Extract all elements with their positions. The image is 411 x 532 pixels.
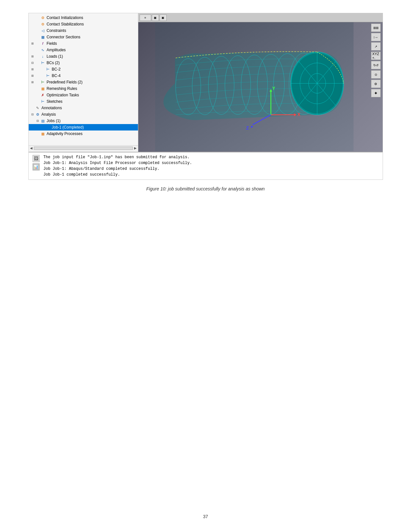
expand-icon bbox=[31, 22, 34, 26]
expand-icon: ⊟ bbox=[36, 119, 40, 123]
side-btn-grid[interactable]: ⊞⊞ bbox=[371, 24, 381, 32]
log-icons: 🖼 📊 bbox=[31, 155, 41, 178]
tree-label: Connector Sections bbox=[47, 35, 81, 39]
contact-stab-icon: ⚙ bbox=[40, 22, 45, 27]
expand-icon bbox=[31, 87, 34, 91]
job1-icon bbox=[45, 125, 51, 130]
tree-item-constraints[interactable]: ◁ Constraints bbox=[29, 27, 138, 34]
scroll-left-icon[interactable]: ◀ bbox=[30, 146, 33, 150]
expand-icon bbox=[31, 100, 34, 103]
adaptivity-processes-icon: ▦ bbox=[40, 131, 45, 136]
expand-icon: ⊞ bbox=[31, 67, 34, 71]
tree-item-job1[interactable]: Job-1 (Completed) bbox=[29, 124, 138, 131]
log-icon-bottom: 📊 bbox=[33, 163, 40, 170]
tree-label: Constraints bbox=[47, 28, 66, 33]
toolbar-btn-1[interactable]: ≡ bbox=[140, 15, 151, 21]
loads-icon: ↓ bbox=[40, 54, 45, 59]
log-text-area: The job input file "Job-1.inp" has been … bbox=[44, 154, 380, 178]
page-number: 37 bbox=[203, 514, 208, 519]
tree-label: Amplitudes bbox=[47, 48, 66, 52]
side-btn-settings[interactable]: ⚙ bbox=[371, 80, 381, 88]
expand-icon: ⊟ bbox=[31, 112, 34, 116]
jobs-icon: ▤ bbox=[40, 118, 45, 123]
expand-icon bbox=[31, 106, 34, 110]
3d-model-svg: X Y Z bbox=[141, 22, 368, 151]
fields-icon: f bbox=[40, 41, 45, 46]
tree-item-analysis[interactable]: ⊟ ⚙ Analysis bbox=[29, 111, 138, 118]
tree-item-contact-initializations[interactable]: ⚙ Contact Initializations bbox=[29, 15, 138, 21]
expand-icon bbox=[31, 48, 34, 52]
tree-label: Optimization Tasks bbox=[47, 93, 79, 97]
tree-label: Loads (1) bbox=[47, 54, 63, 59]
toolbar-btn-3[interactable]: ▣ bbox=[160, 15, 167, 21]
log-line-1: The job input file "Job-1.inp" has been … bbox=[44, 154, 380, 160]
viewport-toolbar: ≡ ▣ ▣ bbox=[138, 13, 383, 22]
amplitudes-icon: ∿ bbox=[40, 47, 45, 53]
remeshing-rules-icon: ▦ bbox=[40, 86, 45, 91]
expand-icon bbox=[31, 93, 34, 97]
tree-label: Adaptivity Processes bbox=[47, 131, 83, 136]
tree-item-contact-stabilizations[interactable]: ⚙ Contact Stabilizations bbox=[29, 21, 138, 27]
tree-label: Fields bbox=[47, 41, 57, 46]
tree-label: BC-2 bbox=[52, 67, 61, 72]
tree-label: BC-4 bbox=[52, 73, 61, 78]
side-btn-move[interactable]: ⊙ bbox=[371, 70, 381, 79]
expand-icon: ⊟ bbox=[31, 61, 34, 65]
tree-item-loads[interactable]: ⊞ ↓ Loads (1) bbox=[29, 53, 138, 60]
tree-item-bc2[interactable]: ⊞ ⊢ BC-2 bbox=[29, 66, 138, 73]
bcs-icon: ⊢ bbox=[40, 60, 45, 65]
tree-item-predefined-fields[interactable]: ⊞ ⊢ Predefined Fields (2) bbox=[29, 79, 138, 85]
tree-item-amplitudes[interactable]: ∿ Amplitudes bbox=[29, 47, 138, 53]
tree-label: Job-1 (Completed) bbox=[52, 125, 84, 130]
tree-item-annotations[interactable]: ✎ Annotations bbox=[29, 105, 138, 111]
tree-label: Annotations bbox=[42, 106, 62, 110]
expand-icon: ⊞ bbox=[31, 42, 34, 45]
log-line-2: Job Job-1: Analysis Input File Processor… bbox=[44, 160, 380, 166]
svg-text:Z: Z bbox=[246, 125, 249, 131]
side-btn-snowflake[interactable]: ✦ bbox=[371, 89, 381, 97]
bc2-icon: ⊢ bbox=[45, 67, 51, 72]
tree-label: Sketches bbox=[47, 99, 63, 104]
sketches-icon: ⊢ bbox=[40, 99, 45, 104]
viewport-panel: ≡ ▣ ▣ ⊞⊞ ↕↔ ↗ XYZ+. ↻↺ ⊙ ⚙ ✦ bbox=[138, 13, 383, 152]
tree-item-sketches[interactable]: ⊢ Sketches bbox=[29, 98, 138, 105]
tree-item-remeshing-rules[interactable]: ▦ Remeshing Rules bbox=[29, 85, 138, 92]
tree-scrollbar[interactable]: ◀ ▶ bbox=[29, 145, 138, 150]
tree-item-fields[interactable]: ⊞ f Fields bbox=[29, 40, 138, 47]
expand-icon bbox=[31, 132, 34, 136]
scroll-right-icon[interactable]: ▶ bbox=[134, 146, 137, 150]
log-line-4: Job Job-1 completed successfully. bbox=[44, 172, 380, 178]
tree-item-bcs[interactable]: ⊟ ⊢ BCs (2) bbox=[29, 60, 138, 66]
tree-label: Contact Initializations bbox=[47, 15, 83, 20]
toolbar-btn-2[interactable]: ▣ bbox=[152, 15, 159, 21]
bc4-icon: ⊢ bbox=[45, 73, 51, 78]
tree-label: Jobs (1) bbox=[47, 119, 61, 123]
tree-label: Remeshing Rules bbox=[47, 86, 77, 91]
constraints-icon: ◁ bbox=[40, 28, 45, 33]
expand-icon: ⊞ bbox=[31, 74, 34, 78]
tree-item-jobs[interactable]: ⊟ ▤ Jobs (1) bbox=[29, 118, 138, 124]
tree-item-adaptivity-processes[interactable]: ▦ Adaptivity Processes bbox=[29, 131, 138, 137]
analysis-icon: ⚙ bbox=[35, 112, 40, 117]
tree-label: Contact Stabilizations bbox=[47, 22, 84, 26]
tree-scroll-area: ⚙ Contact Initializations ⚙ Contact Stab… bbox=[29, 15, 138, 145]
side-btn-zoom[interactable]: ↗ bbox=[371, 42, 381, 51]
tree-item-bc4[interactable]: ⊞ ⊢ BC-4 bbox=[29, 73, 138, 79]
svg-text:X: X bbox=[297, 112, 300, 117]
expand-icon bbox=[31, 16, 34, 20]
side-toolbar: ⊞⊞ ↕↔ ↗ XYZ+. ↻↺ ⊙ ⚙ ✦ bbox=[371, 24, 381, 97]
main-content: ⚙ Contact Initializations ⚙ Contact Stab… bbox=[29, 13, 383, 152]
side-btn-rotate[interactable]: ↻↺ bbox=[371, 61, 381, 69]
expand-icon: ⊞ bbox=[31, 54, 34, 58]
expand-icon bbox=[31, 35, 34, 39]
expand-icon bbox=[41, 125, 45, 129]
tree-panel: ⚙ Contact Initializations ⚙ Contact Stab… bbox=[29, 13, 138, 152]
annotations-icon: ✎ bbox=[35, 105, 40, 111]
side-btn-arrows[interactable]: ↕↔ bbox=[371, 33, 381, 41]
tree-item-optimization-tasks[interactable]: ✗ Optimization Tasks bbox=[29, 92, 138, 98]
log-line-3: Job Job-1: Abaqus/Standard completed suc… bbox=[44, 166, 380, 172]
tree-item-connector-sections[interactable]: ▦ Connector Sections bbox=[29, 34, 138, 40]
expand-icon: ⊞ bbox=[31, 80, 34, 84]
side-btn-xyz[interactable]: XYZ+. bbox=[371, 52, 381, 60]
page-container: ⚙ Contact Initializations ⚙ Contact Stab… bbox=[0, 0, 411, 532]
